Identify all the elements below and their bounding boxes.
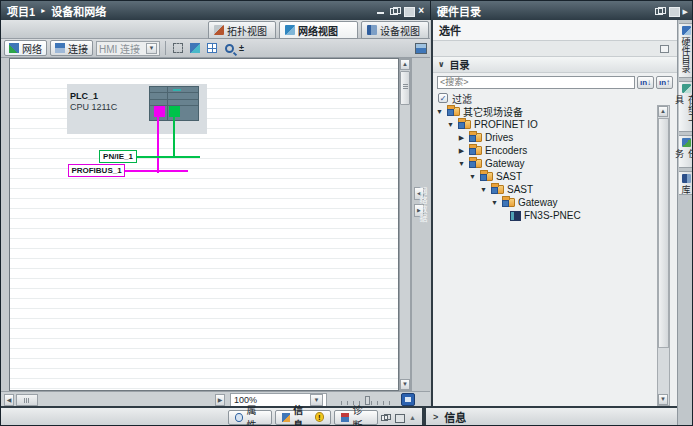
scroll-up-icon[interactable]: ▲ [400, 59, 410, 70]
inspector-expand-icon[interactable]: ▲ [409, 414, 416, 421]
warning-badge: ! [315, 412, 324, 422]
hscroll-thumb[interactable] [16, 394, 38, 406]
scroll-left-icon[interactable]: ◀ [4, 394, 14, 406]
show-grid-button[interactable] [205, 41, 219, 55]
folder-icon [469, 146, 482, 155]
profibus-port[interactable] [154, 106, 165, 117]
filter-checkbox[interactable] [438, 93, 448, 103]
expand-arrow-icon[interactable] [479, 186, 488, 193]
chevron-collapse-icon[interactable]: ∨ [438, 60, 445, 69]
options-pane-icon[interactable] [660, 45, 669, 53]
search-input[interactable] [437, 76, 635, 89]
zoom-button[interactable] [222, 41, 236, 55]
dock-panel-icon[interactable] [669, 7, 678, 15]
chevron-down-icon[interactable]: ▼ [146, 43, 157, 54]
collapse-arrow-icon[interactable] [457, 147, 466, 155]
network-data-tab[interactable]: 网络数据 [414, 187, 428, 223]
plc-device-graphic[interactable] [149, 86, 199, 121]
tree-node-gateway-inner[interactable]: Gateway [433, 196, 661, 209]
zoom-select-chevron-icon[interactable]: ▼ [310, 394, 323, 406]
close-icon[interactable]: × [418, 7, 424, 15]
profinet-port[interactable] [169, 106, 180, 117]
tab-info[interactable]: 信息 ! [275, 410, 331, 425]
show-addresses-button[interactable] [188, 41, 202, 55]
fit-to-view-button[interactable] [401, 393, 415, 406]
network-view-icon [285, 25, 295, 35]
folder-icon [458, 120, 471, 129]
search-down-icon[interactable] [637, 76, 654, 89]
folder-icon [447, 107, 460, 116]
breadcrumb-page[interactable]: 设备和网络 [51, 3, 106, 19]
split-editor-icon[interactable] [415, 43, 427, 54]
connections-mode-button[interactable]: 连接 [50, 40, 93, 56]
properties-icon [235, 413, 243, 422]
tree-node-other-field-devices[interactable]: 其它现场设备 [433, 105, 661, 118]
connection-type-select[interactable]: HMI 连接 ▼ [96, 41, 160, 56]
catalog-section-header[interactable]: ∨ 目录 [433, 57, 677, 73]
collapse-panel-icon[interactable]: ▶ [683, 7, 688, 15]
expand-arrow-icon[interactable] [490, 199, 499, 206]
pnie-subnet-line[interactable] [136, 156, 200, 158]
scroll-down-icon[interactable]: ▼ [658, 394, 668, 405]
sidetab-online-tools[interactable]: 在线工具 [679, 81, 693, 132]
tia-portal-window: 项目1 ▸ 设备和网络 × 硬件目录 ▶ 拓扑视图 网络视图 设备视图 [0, 0, 693, 426]
tree-node-encoders[interactable]: Encoders [433, 144, 661, 157]
pnie-subnet-label[interactable]: PN/IE_1 [99, 150, 137, 163]
expand-arrow-icon[interactable] [468, 173, 477, 180]
profibus-subnet-line[interactable] [124, 170, 188, 172]
plc-name-label[interactable]: PLC_1 [70, 91, 98, 101]
options-section-header[interactable]: 选件 [433, 20, 677, 41]
info-pane-header[interactable]: 信息 [424, 408, 677, 426]
expand-arrow-icon[interactable] [435, 108, 444, 115]
restore-icon[interactable] [390, 7, 399, 15]
network-mode-button[interactable]: 网络 [4, 40, 47, 56]
tab-topology-view[interactable]: 拓扑视图 [208, 21, 276, 39]
network-canvas[interactable]: PLC_1 CPU 1211C PN/IE_1 PROFIBUS_1 [9, 58, 399, 391]
folder-icon [480, 172, 493, 181]
tree-node-fn3s-pnec[interactable]: FN3S-PNEC [433, 209, 661, 222]
tab-network-view[interactable]: 网络视图 [279, 21, 358, 39]
options-subrow [433, 41, 677, 57]
scroll-down-icon[interactable]: ▼ [400, 379, 410, 390]
zoom-level-select[interactable]: 100% ▼ [230, 393, 327, 407]
collapse-arrow-icon[interactable] [457, 134, 466, 142]
catalog-scroll-thumb[interactable] [658, 118, 669, 348]
tree-node-sast-inner[interactable]: SAST [433, 183, 661, 196]
float-panel-icon[interactable] [655, 7, 664, 15]
vscroll-thumb[interactable] [400, 71, 410, 105]
maximize-icon[interactable] [404, 7, 413, 15]
search-up-icon[interactable] [656, 76, 673, 89]
module-icon [510, 211, 521, 221]
topology-view-icon [214, 25, 224, 35]
tree-node-drives[interactable]: Drives [433, 131, 661, 144]
minimize-icon[interactable] [376, 7, 385, 15]
expand-arrow-icon[interactable] [446, 121, 455, 128]
expand-right-icon[interactable] [433, 412, 438, 422]
inspector-maximize-icon[interactable] [395, 414, 403, 421]
breadcrumb-project[interactable]: 项目1 [7, 3, 35, 19]
scroll-up-icon[interactable]: ▲ [658, 106, 668, 117]
breadcrumb-separator-icon: ▸ [41, 6, 45, 15]
sidetab-hardware-catalog[interactable]: 硬件目录 [679, 23, 693, 78]
tree-node-gateway[interactable]: Gateway [433, 157, 661, 170]
tab-diagnostics[interactable]: 诊断 [334, 410, 378, 425]
scroll-right-icon[interactable]: ▶ [215, 394, 225, 406]
libraries-icon [682, 174, 691, 183]
sidetab-tasks[interactable]: 任务 [679, 135, 693, 168]
catalog-scrollbar[interactable]: ▲ ▼ [657, 105, 670, 406]
profibus-subnet-label[interactable]: PROFIBUS_1 [68, 164, 125, 177]
tree-node-profinet-io[interactable]: PROFINET IO [433, 118, 661, 131]
relations-button[interactable] [171, 41, 185, 55]
zoom-plusminus-icon[interactable]: ± [239, 43, 244, 53]
inspector-float-icon[interactable] [381, 414, 389, 421]
tab-properties[interactable]: 属性 [228, 410, 272, 425]
tab-device-view[interactable]: 设备视图 [361, 21, 429, 39]
canvas-vertical-scrollbar[interactable]: ▲ ▼ [399, 58, 411, 391]
network-toolbar: 网络 连接 HMI 连接 ▼ ± [1, 39, 430, 58]
overview-splitter[interactable]: ◀ ▶ 网络数据 [411, 58, 429, 406]
tasks-icon [682, 138, 691, 147]
expand-arrow-icon[interactable] [457, 160, 466, 167]
sidetab-libraries[interactable]: 库 [679, 171, 693, 195]
device-view-icon [367, 25, 377, 35]
tree-node-sast[interactable]: SAST [433, 170, 661, 183]
